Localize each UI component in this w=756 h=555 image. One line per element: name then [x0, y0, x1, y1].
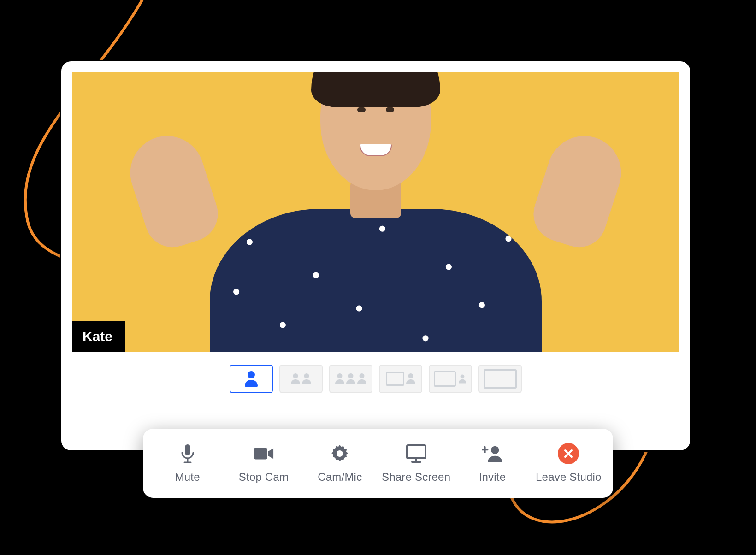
studio-window: Kate	[60, 60, 691, 452]
svg-point-4	[337, 450, 343, 457]
microphone-icon	[177, 443, 198, 464]
invite-label: Invite	[479, 471, 506, 484]
svg-rect-5	[407, 445, 425, 458]
layout-two-up[interactable]	[279, 365, 323, 393]
layout-three-up[interactable]	[329, 365, 372, 393]
user-plus-icon	[482, 443, 503, 464]
svg-point-8	[491, 446, 499, 454]
video-camera-icon	[253, 443, 274, 464]
control-toolbar: Mute Stop Cam Cam/Mic Share Scre	[143, 429, 613, 498]
screen-icon	[434, 371, 456, 387]
person-icon	[459, 374, 466, 383]
layout-screen-side[interactable]	[429, 365, 472, 393]
cam-mic-label: Cam/Mic	[318, 471, 362, 484]
leave-label: Leave Studio	[536, 471, 602, 484]
person-icon	[302, 373, 311, 384]
gear-icon	[329, 443, 350, 464]
layout-screen-pip[interactable]	[379, 365, 422, 393]
person-icon	[346, 373, 355, 384]
person-icon	[291, 373, 300, 384]
layout-selector	[61, 365, 690, 393]
person-icon	[406, 373, 415, 384]
person-icon	[335, 373, 344, 384]
person-icon	[357, 373, 366, 384]
share-screen-label: Share Screen	[382, 471, 450, 484]
invite-button[interactable]: Invite	[454, 443, 530, 484]
monitor-icon	[406, 443, 427, 464]
mute-label: Mute	[175, 471, 200, 484]
video-stage: Kate	[72, 72, 679, 352]
stop-cam-label: Stop Cam	[239, 471, 289, 484]
layout-single[interactable]	[230, 365, 273, 393]
screen-icon	[484, 369, 517, 389]
leave-studio-button[interactable]: Leave Studio	[531, 443, 607, 484]
participant-name: Kate	[83, 329, 112, 344]
person-icon	[245, 371, 258, 387]
cam-mic-settings-button[interactable]: Cam/Mic	[302, 443, 378, 484]
close-icon	[558, 443, 579, 464]
screen-icon	[386, 372, 404, 386]
share-screen-button[interactable]: Share Screen	[378, 443, 454, 484]
svg-rect-0	[185, 444, 190, 455]
stop-cam-button[interactable]: Stop Cam	[225, 443, 301, 484]
svg-rect-3	[254, 448, 267, 460]
participant-video-placeholder	[168, 72, 583, 352]
layout-screen-full[interactable]	[478, 365, 522, 393]
mute-button[interactable]: Mute	[149, 443, 225, 484]
participant-name-tag: Kate	[72, 321, 125, 352]
